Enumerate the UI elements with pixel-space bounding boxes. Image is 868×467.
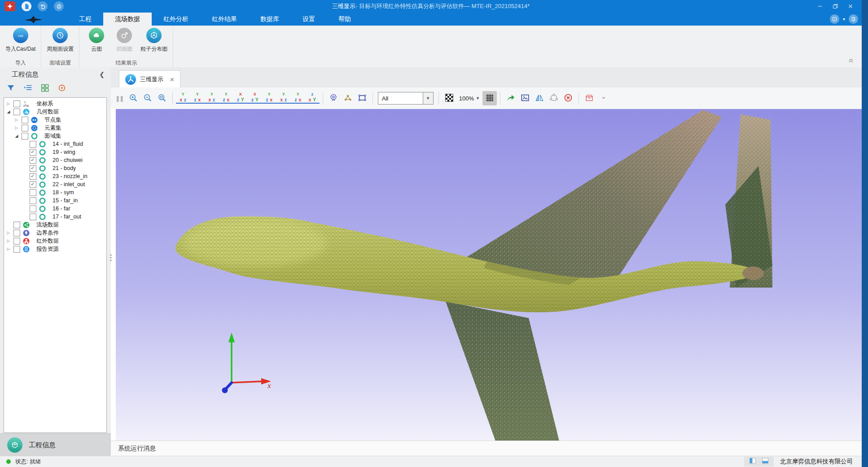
export-view-button[interactable] [504,91,518,105]
display-filter-combo[interactable]: All▼ [378,92,434,105]
tree-row[interactable]: ▷元素集 [4,124,106,132]
close-button[interactable] [843,0,858,13]
tab-3d-view[interactable]: 三维显示 ✕ [119,70,180,88]
package-dropdown[interactable] [596,91,611,105]
quick-tool-icon[interactable] [830,14,839,24]
thumbnail-grid-icon[interactable] [39,83,50,93]
tree-row[interactable]: 20 - chuiwei [4,156,106,164]
view-iso-4-button[interactable]: zxY [305,92,320,105]
tree-row[interactable]: 23 - nozzle_in [4,172,106,180]
combo-dropdown-icon[interactable]: ▼ [423,92,433,104]
ribbon-button-periodic-face[interactable]: 周期面设置 [47,28,74,53]
tree-row[interactable]: 22 - inlet_out [4,180,106,188]
view-back-button[interactable]: Yzx [190,92,205,105]
package-button[interactable] [582,91,596,105]
tree-row[interactable]: ▷YZX坐标系 [4,100,106,108]
tree-checkbox[interactable] [13,100,20,107]
save-document-icon[interactable] [22,1,31,11]
tree-expander-icon[interactable]: ▷ [14,126,19,130]
view-iso-2-button[interactable]: Yxz [276,92,291,105]
zoom-level-dropdown[interactable]: 100%▼ [456,95,482,102]
tree-checkbox[interactable] [22,117,28,123]
tree-checkbox[interactable] [30,181,36,188]
tree-checkbox[interactable] [30,165,36,172]
tree-expander-icon[interactable]: ▷ [6,101,11,106]
mirror-button[interactable] [532,91,547,105]
ribbon-button-particle-distribution[interactable]: 粒子分布图 [140,28,167,53]
tree-row[interactable]: ◢面域集 [4,132,106,140]
tree-expander-icon[interactable]: ◢ [14,134,19,138]
panel-bottom-layout-icon[interactable] [761,458,769,466]
tree-checkbox[interactable] [30,157,36,164]
tree-row[interactable]: 18 - sym [4,188,106,196]
mesh-toggle-button[interactable] [482,91,497,105]
camera-button[interactable] [326,91,341,105]
tree-row[interactable]: 19 - wing [4,148,106,156]
panel-left-layout-icon[interactable] [749,458,757,466]
tree-checkbox[interactable] [30,141,36,148]
tree-checkbox[interactable] [13,222,20,228]
app-logo-icon[interactable] [4,1,15,11]
menu-item-5[interactable]: 设置 [291,13,327,26]
undo-icon[interactable] [38,1,48,11]
view-iso-1-button[interactable]: Yzx [262,92,276,105]
tree-row[interactable]: 21 - body [4,164,106,172]
maximize-button[interactable] [828,0,843,13]
tree-row[interactable]: 14 - int_fluid [4,140,106,148]
panel-collapse-icon[interactable]: ❮ [99,71,105,78]
tree-row[interactable]: 15 - far_in [4,196,106,205]
snapshot-button[interactable] [518,91,532,105]
tree-checkbox[interactable] [13,109,20,115]
tree-row[interactable]: ▷红外数据 [4,237,106,245]
filter-icon[interactable] [5,83,16,93]
tree-checkbox[interactable] [30,205,36,212]
redo-icon[interactable] [54,1,64,11]
menu-item-2[interactable]: 红外分析 [152,13,200,26]
panel-splitter[interactable]: ••• [109,253,113,271]
tree-checkbox[interactable] [30,197,36,204]
tree-checkbox[interactable] [13,238,20,244]
clear-button[interactable] [561,91,575,105]
minimize-button[interactable] [812,0,828,13]
view-bottom-button[interactable]: XzY [248,92,262,105]
toolbar-grip[interactable]: ❚❚ [115,95,123,102]
tree-checkbox[interactable] [30,214,36,220]
particle-view-button[interactable] [341,91,355,105]
zoom-in-button[interactable] [126,91,140,105]
zoom-fit-button[interactable] [155,91,169,105]
tree-checkbox[interactable] [22,125,28,131]
tree-expander-icon[interactable]: ▷ [6,231,11,235]
tree-row[interactable]: ▷边界条件 [4,229,106,237]
tree-expander-icon[interactable]: ◢ [6,109,11,114]
tree-checkbox[interactable] [13,246,20,253]
view-top-button[interactable]: XzY [233,92,248,105]
background-toggle-button[interactable] [442,91,456,105]
ribbon-button-contour-cloud[interactable]: 云图 [85,28,108,53]
zoom-out-button[interactable] [140,91,155,105]
tree-row[interactable]: 17 - far_out [4,213,106,221]
menu-item-0[interactable]: 工程 [67,13,103,26]
tree-row[interactable]: 16 - far [4,205,106,213]
locate-icon[interactable] [57,83,67,93]
menu-item-1[interactable]: 流场数据 [103,13,152,26]
tree-expander-icon[interactable]: ▷ [6,239,11,243]
view-front-button[interactable]: Yxz [176,92,190,105]
tree-checkbox[interactable] [30,149,36,156]
dropdown-caret-icon[interactable]: ▾ [843,17,845,22]
help-manual-icon[interactable] [849,14,858,24]
tree-row[interactable]: ▷节点集 [4,116,106,124]
tree-row[interactable]: 流场数据 [4,221,106,229]
tree-checkbox[interactable] [22,133,28,140]
menu-item-6[interactable]: 帮助 [327,13,363,26]
ribbon-button-cas-import[interactable]: cas导入Cas/Dat [5,28,35,53]
menu-item-4[interactable]: 数据库 [249,13,291,26]
menu-item-3[interactable]: 红外结果 [200,13,249,26]
tree-row[interactable]: ◢几何数据 [4,108,106,116]
view-left-button[interactable]: Yxz [205,92,219,105]
tab-close-icon[interactable]: ✕ [170,76,175,83]
tree-expander-icon[interactable]: ▷ [6,247,11,251]
tree-checkbox[interactable] [30,189,36,196]
tree-row[interactable]: ▷报告资源 [4,245,106,253]
orbit-button[interactable] [547,91,561,105]
detail-list-icon[interactable] [22,83,33,93]
